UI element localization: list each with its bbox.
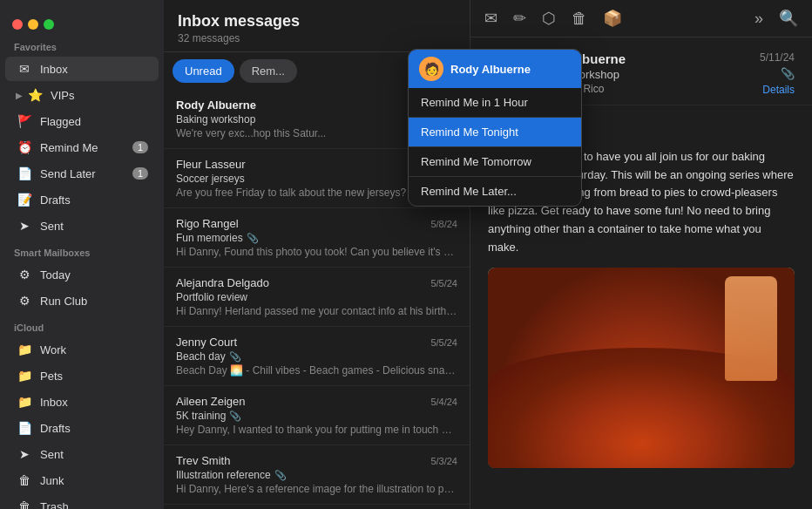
sidebar-item-icloud-sent[interactable]: ➤ Sent: [5, 442, 159, 466]
sidebar-item-vips[interactable]: ▶ ⭐ VIPs: [5, 83, 159, 107]
reminder-dropdown: 🧑 Rody Albuerne Remind Me in 1 Hour Remi…: [408, 49, 582, 207]
sidebar-item-pets[interactable]: 📁 Pets: [5, 363, 159, 388]
message-list: Inbox messages 32 messages Unread Rem...…: [164, 0, 470, 509]
flagged-icon: 🚩: [16, 112, 33, 130]
reminder-sender-header: 🧑 Rody Albuerne: [409, 50, 581, 88]
sidebar-item-inbox[interactable]: ✉ Inbox: [5, 57, 159, 81]
sidebar-item-flagged[interactable]: 🚩 Flagged: [5, 109, 159, 133]
vips-icon: ⭐: [26, 86, 44, 104]
sidebar-item-label: Today: [40, 268, 148, 282]
pets-icon: 📁: [16, 367, 33, 384]
move-icon[interactable]: ⬡: [542, 9, 556, 28]
sidebar-item-send-later[interactable]: 📄 Send Later 1: [5, 161, 159, 186]
sidebar-item-label: Sent: [40, 448, 148, 461]
remind-me-icon: ⏰: [16, 139, 33, 156]
reminders-filter-button[interactable]: Rem...: [240, 59, 297, 83]
maximize-button[interactable]: [44, 19, 54, 30]
sidebar-item-remind-me[interactable]: ⏰ Remind Me 1: [5, 135, 159, 159]
icloud-label: iCloud: [0, 314, 164, 336]
sidebar-item-trash[interactable]: 🗑 Trash: [5, 494, 159, 509]
message-preview: Hi Danny, Here's a reference image for t…: [176, 483, 457, 495]
remind-1-hour[interactable]: Remind Me in 1 Hour: [409, 88, 581, 118]
delete-icon[interactable]: 🗑: [572, 10, 587, 28]
message-item[interactable]: Aileen Zeigen 5/4/24 5K training 📎 Hey D…: [164, 386, 470, 445]
remind-me-badge: 1: [132, 141, 148, 153]
send-later-icon: 📄: [16, 165, 33, 182]
message-sender: Fleur Lasseur: [176, 158, 245, 171]
search-icon[interactable]: 🔍: [779, 9, 798, 28]
message-item[interactable]: Trev Smith 5/3/24 Illustration reference…: [164, 445, 470, 505]
pizza-background: [488, 268, 795, 468]
junk-icon: 🗑: [16, 472, 33, 489]
message-item[interactable]: Alejandra Delgado 5/5/24 Portfolio revie…: [164, 268, 470, 327]
reminder-sender-name: Rody Albuerne: [450, 63, 531, 76]
inbox-title: Inbox messages: [178, 12, 456, 31]
sidebar-item-work[interactable]: 📁 Work: [5, 337, 159, 362]
message-date: 5/8/24: [430, 219, 457, 229]
email-image: [488, 268, 795, 468]
inbox-icon: ✉: [16, 60, 33, 78]
sidebar-item-sent[interactable]: ➤ Sent: [5, 214, 159, 238]
detail-date: 5/11/24: [760, 51, 795, 64]
sidebar-item-label: VIPs: [51, 89, 148, 102]
reply-icon[interactable]: ✉: [484, 9, 497, 28]
message-subject: Illustration reference 📎: [176, 469, 457, 481]
window-controls: [0, 9, 164, 33]
drink-overlay: [725, 276, 777, 381]
sidebar-item-label: Inbox: [40, 396, 148, 409]
message-list-header: Inbox messages 32 messages: [164, 0, 470, 52]
expand-icon: ▶: [16, 91, 23, 100]
message-sender: Rody Albuerne: [176, 98, 256, 112]
details-link[interactable]: Details: [762, 84, 795, 96]
drafts-icon: 📝: [16, 191, 33, 208]
favorites-label: Favorites: [0, 33, 164, 56]
message-date: 5/5/24: [430, 278, 457, 288]
message-preview: Hi Danny! Herland passed me your contact…: [176, 305, 457, 317]
more-actions-icon[interactable]: »: [754, 10, 763, 28]
remind-later[interactable]: Remind Me Later...: [409, 177, 581, 206]
message-sender: Trev Smith: [176, 454, 230, 467]
today-icon: ⚙: [16, 266, 33, 283]
sidebar-item-label: Flagged: [40, 115, 148, 128]
sidebar-item-label: Send Later: [40, 167, 132, 180]
sidebar-item-today[interactable]: ⚙ Today: [5, 262, 159, 287]
sidebar-item-label: Drafts: [40, 193, 148, 207]
send-later-badge: 1: [132, 167, 148, 180]
message-date: 5/5/24: [430, 337, 457, 348]
sent-icon: ➤: [16, 217, 33, 234]
sidebar-item-label: Inbox: [40, 63, 148, 76]
message-item[interactable]: Jenny Court 5/5/24 Beach day 📎 Beach Day…: [164, 327, 470, 386]
message-item[interactable]: Rigo Rangel 5/8/24 Fun memories 📎 Hi Dan…: [164, 208, 470, 268]
message-subject: 5K training 📎: [176, 410, 457, 422]
sidebar-item-junk[interactable]: 🗑 Junk: [5, 468, 159, 492]
message-sender: Jenny Court: [176, 336, 237, 349]
message-subject: Portfolio review: [176, 291, 457, 303]
message-preview: Beach Day 🌅 - Chill vibes - Beach games …: [176, 364, 457, 377]
message-sender: Rigo Rangel: [176, 217, 239, 230]
sidebar-item-drafts[interactable]: 📝 Drafts: [5, 187, 159, 212]
message-preview: Hi Danny, Found this photo you took! Can…: [176, 246, 457, 258]
attachment-indicator: 📎: [781, 67, 795, 80]
minimize-button[interactable]: [28, 19, 38, 30]
sidebar-item-icloud-drafts[interactable]: 📄 Drafts: [5, 416, 159, 440]
icloud-sent-icon: ➤: [16, 445, 33, 463]
sidebar-item-icloud-inbox[interactable]: 📁 Inbox: [5, 390, 159, 414]
run-club-icon: ⚙: [16, 292, 33, 309]
archive-toolbar-icon[interactable]: 📦: [603, 9, 622, 28]
message-sender: Alejandra Delgado: [176, 276, 269, 289]
work-icon: 📁: [16, 341, 33, 358]
message-date: 5/4/24: [430, 397, 457, 407]
compose-icon[interactable]: ✏: [513, 9, 526, 28]
sidebar-item-label: Remind Me: [40, 141, 132, 154]
unread-filter-button[interactable]: Unread: [173, 59, 234, 83]
smart-mailboxes-label: Smart Mailboxes: [0, 239, 164, 261]
remind-tomorrow[interactable]: Remind Me Tomorrow: [409, 147, 581, 177]
sidebar-item-label: Junk: [40, 474, 148, 487]
sidebar: Favorites ✉ Inbox ▶ ⭐ VIPs 🚩 Flagged ⏰ R…: [0, 0, 164, 509]
remind-tonight[interactable]: Remind Me Tonight: [409, 118, 581, 147]
message-count: 32 messages: [178, 32, 456, 44]
sidebar-item-label: Sent: [40, 220, 148, 233]
sidebar-item-label: Run Club: [40, 295, 148, 308]
close-button[interactable]: [12, 19, 23, 30]
sidebar-item-run-club[interactable]: ⚙ Run Club: [5, 288, 159, 313]
